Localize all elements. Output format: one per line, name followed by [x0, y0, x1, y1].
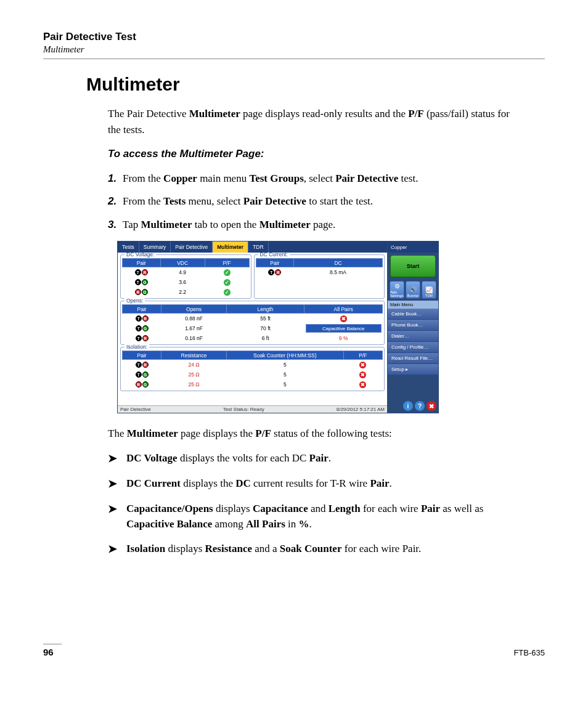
arrow-icon: ➤	[108, 541, 126, 558]
table-row: TR0.16 nF6 ft9 %	[123, 333, 383, 343]
col-header: P/F	[205, 259, 249, 267]
step-text: From the Tests menu, select Pair Detecti…	[123, 193, 373, 209]
col-header: Soak Counter (HH:MM:SS)	[226, 351, 343, 360]
tool-button[interactable]: ⚙App. Settings	[390, 281, 404, 299]
opens-fieldset: Opens: PairOpensLengthAll PairsTR0.88 nF…	[120, 301, 385, 345]
soak-value: 5	[226, 370, 343, 379]
tool-icon: ⚙	[394, 283, 400, 290]
soak-value: 5	[226, 379, 343, 389]
tab-multimeter[interactable]: Multimeter	[213, 241, 248, 253]
menu-item[interactable]: Cable Book…	[388, 309, 438, 320]
pair-icon-r: R	[142, 362, 149, 368]
header-sub: Multimeter	[43, 44, 545, 55]
tab-pair-detective[interactable]: Pair Detective	[171, 241, 213, 253]
bullet-item: ➤DC Current displays the DC current resu…	[108, 476, 520, 492]
length-value: 70 ft	[226, 323, 304, 333]
pair-icon-t: T	[136, 371, 142, 378]
bullet-item: ➤Isolation displays Resistance and a Soa…	[108, 541, 520, 558]
tab-bar: TestsSummaryPair DetectiveMultimeterTDR	[118, 241, 387, 253]
table-row: TR4.9✓	[123, 267, 250, 278]
step-number: 1.	[108, 171, 123, 187]
menu-item[interactable]: Read Result File…	[388, 353, 438, 364]
pair-icons: TR	[124, 315, 160, 322]
tool-row: ⚙App. Settings🔊Buzzer📈TDR	[388, 280, 438, 301]
pass-icon: ✓	[224, 269, 231, 276]
close-icon[interactable]: ✖	[427, 401, 436, 411]
isolation-table: PairResistanceSoak Counter (HH:MM:SS)P/F…	[122, 351, 383, 389]
menu-header: Main Menu	[388, 301, 438, 309]
sidebar: Copper Start ⚙App. Settings🔊Buzzer📈TDR M…	[388, 241, 438, 413]
menu-item[interactable]: Phone Book…	[388, 320, 438, 331]
menu-item[interactable]: Dialer…	[388, 331, 438, 342]
start-button[interactable]: Start	[390, 255, 436, 277]
col-header: Opens	[161, 305, 227, 314]
pair-icon-r: R	[135, 289, 141, 295]
table-row: TR0.88 nF55 ft✖	[123, 314, 383, 324]
tab-tests[interactable]: Tests	[118, 241, 139, 253]
pair-icons: RG	[124, 289, 160, 295]
menu-item[interactable]: Config / Profile…	[388, 342, 438, 353]
table-row: RG2.2✓	[123, 287, 250, 297]
steps-list: 1.From the Copper main menu Test Groups,…	[108, 171, 520, 233]
status-center: Test Status: Ready	[151, 407, 337, 412]
pair-icons: TR	[124, 335, 160, 341]
pair-icon-t: T	[135, 269, 141, 275]
pair-icons: TR	[257, 269, 293, 275]
pair-icons: TG	[124, 279, 160, 285]
opens-value: 1.67 nF	[161, 323, 227, 333]
pass-icon: ✓	[224, 289, 231, 296]
page-number: 96	[43, 644, 62, 657]
step-number: 3.	[108, 217, 123, 233]
isolation-fieldset: Isolation: PairResistanceSoak Counter (H…	[120, 347, 385, 391]
tab-summary[interactable]: Summary	[139, 241, 171, 253]
soak-value: 5	[226, 360, 343, 370]
pair-icon-g: G	[142, 381, 149, 387]
tool-button[interactable]: 🔊Buzzer	[406, 281, 420, 299]
opens-legend: Opens:	[125, 298, 145, 304]
resistance-value: 25 Ω	[161, 379, 227, 389]
model-number: FTB-635	[513, 648, 545, 657]
col-header: Pair	[123, 305, 161, 314]
pair-icon-t: T	[136, 335, 142, 341]
tool-icon: 🔊	[409, 287, 417, 293]
col-header: Pair	[123, 351, 161, 360]
pair-icons: TG	[124, 325, 160, 331]
pair-icon-r: R	[142, 315, 149, 322]
bullet-item: ➤DC Voltage displays the volts for each …	[108, 450, 520, 467]
step-item: 1.From the Copper main menu Test Groups,…	[108, 171, 520, 187]
help-icon[interactable]: ?	[415, 401, 425, 411]
col-header: Resistance	[161, 351, 227, 360]
fail-icon: ✖	[359, 371, 366, 378]
col-header: All Pairs	[304, 305, 383, 314]
pair-icon-g: G	[142, 289, 148, 295]
status-right: 8/29/2012 5:17:21 AM	[337, 407, 385, 412]
dc-current-fieldset: DC Current: PairDCTR8.5 mA	[254, 254, 385, 299]
bottom-icons: i ? ✖	[388, 399, 438, 413]
step-text: From the Copper main menu Test Groups, s…	[123, 171, 418, 187]
opens-value: 0.88 nF	[161, 314, 227, 324]
status-left: Pair Detective	[120, 407, 151, 412]
step-text: Tap Multimeter tab to open the Multimete…	[123, 217, 335, 233]
tool-label: App. Settings	[390, 290, 404, 298]
pair-icon-r: R	[142, 269, 148, 275]
info-icon[interactable]: i	[403, 401, 413, 411]
header-rule	[43, 59, 545, 59]
opens-table: PairOpensLengthAll PairsTR0.88 nF55 ft✖T…	[122, 304, 383, 343]
pair-icon-t: T	[136, 362, 142, 368]
step-item: 2.From the Tests menu, select Pair Detec…	[108, 193, 520, 209]
tab-tdr[interactable]: TDR	[248, 241, 268, 253]
pair-icon-t: T	[135, 279, 141, 285]
header-title: Pair Detective Test	[43, 31, 545, 43]
col-header: DC	[294, 259, 383, 267]
resistance-value: 25 Ω	[161, 370, 227, 379]
dc-value: 8.5 mA	[294, 267, 383, 278]
table-row: TR24 Ω5✖	[123, 360, 383, 370]
menu-item[interactable]: Setup ▸	[388, 364, 438, 375]
dc-voltage-legend: DC Voltage:	[125, 253, 156, 258]
pair-icons: TR	[124, 269, 160, 275]
tool-button[interactable]: 📈TDR	[422, 281, 436, 299]
resistance-value: 24 Ω	[161, 360, 227, 370]
footer: 96 FTB-635	[43, 644, 545, 657]
col-header: VDC	[160, 259, 205, 267]
page-title: Multimeter	[86, 74, 545, 95]
